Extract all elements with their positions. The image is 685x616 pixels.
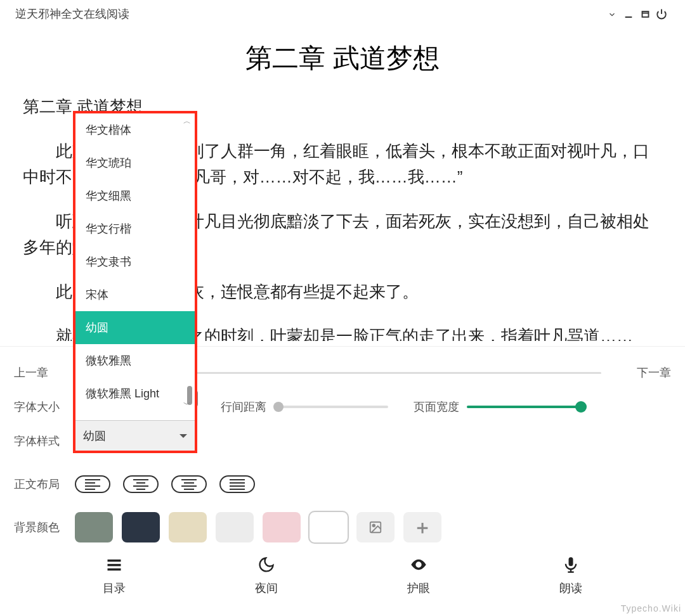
svg-point-5	[372, 524, 375, 527]
font-option[interactable]: 华文隶书	[75, 245, 195, 278]
line-spacing-slider[interactable]	[274, 406, 388, 408]
font-style-label: 字体样式	[14, 433, 75, 449]
bg-color-row: 背景颜色 ＋	[14, 510, 671, 544]
font-size-label: 字体大小	[14, 399, 75, 414]
eye-icon	[410, 556, 427, 577]
font-option[interactable]: 华文细黑	[75, 179, 195, 212]
font-option[interactable]: 微软雅黑 Light	[75, 377, 195, 410]
layout-align-left[interactable]	[75, 475, 110, 493]
next-chapter-button[interactable]: 下一章	[614, 365, 671, 380]
nav-night[interactable]: 夜间	[255, 556, 278, 596]
font-option[interactable]: 华文楷体	[75, 113, 195, 146]
svg-rect-1	[642, 11, 648, 17]
bg-color-swatch[interactable]	[122, 512, 160, 542]
window-title: 逆天邪神全文在线阅读	[15, 6, 129, 22]
triangle-down-icon	[179, 434, 187, 442]
font-family-dropdown[interactable]: ︿ 华文楷体华文琥珀华文细黑华文行楷华文隶书宋体幼圆微软雅黑微软雅黑 Light…	[73, 111, 197, 453]
toc-icon	[105, 556, 123, 577]
nav-eye-label: 护眼	[407, 581, 430, 596]
svg-rect-6	[108, 560, 121, 562]
nav-night-label: 夜间	[255, 581, 278, 596]
nav-toc-label: 目录	[103, 581, 126, 596]
font-option[interactable]: 幼圆	[75, 311, 195, 344]
layout-align-center2[interactable]	[171, 475, 207, 493]
minimize-button[interactable]	[620, 8, 637, 20]
line-spacing-label: 行间距离	[221, 399, 266, 414]
layout-align-justify[interactable]	[219, 475, 255, 493]
bg-color-swatch[interactable]	[263, 512, 301, 542]
svg-rect-7	[108, 564, 121, 567]
mic-icon	[562, 556, 580, 577]
svg-rect-10	[569, 557, 573, 566]
moon-icon	[258, 556, 275, 577]
bottom-nav: 目录 夜间 护眼 朗读	[0, 544, 685, 603]
bg-color-label: 背景颜色	[14, 520, 75, 535]
power-button[interactable]	[653, 8, 670, 20]
layout-label: 正文布局	[14, 477, 75, 492]
font-option[interactable]: 华文琥珀	[75, 146, 195, 179]
watermark: Typecho.Wiki	[621, 603, 681, 613]
nav-eye[interactable]: 护眼	[407, 556, 430, 596]
bg-color-swatch[interactable]	[310, 512, 348, 542]
font-option[interactable]: 新宋体	[75, 410, 195, 420]
font-option[interactable]: 华文行楷	[75, 212, 195, 245]
chapter-title: 第二章 武道梦想	[0, 41, 685, 76]
layout-row: 正文布局	[14, 467, 671, 501]
nav-toc[interactable]: 目录	[103, 556, 126, 596]
layout-align-center[interactable]	[123, 475, 159, 493]
font-family-select[interactable]: 幼圆	[75, 420, 195, 451]
font-option[interactable]: 微软雅黑	[75, 344, 195, 377]
nav-read-label: 朗读	[559, 581, 582, 596]
prev-chapter-button[interactable]: 上一章	[14, 365, 71, 380]
page-width-slider[interactable]	[467, 406, 581, 408]
bg-color-swatch[interactable]	[216, 512, 254, 542]
maximize-button[interactable]	[637, 8, 653, 20]
font-family-current-value: 幼圆	[83, 428, 106, 444]
chevron-down-icon[interactable]: ﹀	[183, 399, 191, 410]
nav-read[interactable]: 朗读	[559, 556, 582, 596]
bg-add-button[interactable]: ＋	[403, 512, 441, 542]
svg-point-9	[417, 563, 421, 567]
dropdown-menu-button[interactable]	[604, 8, 620, 20]
bg-image-button[interactable]	[356, 512, 395, 542]
font-option[interactable]: 宋体	[75, 278, 195, 311]
page-width-label: 页面宽度	[414, 399, 459, 414]
bg-color-swatch[interactable]	[169, 512, 207, 542]
svg-rect-8	[108, 568, 121, 571]
window-titlebar: 逆天邪神全文在线阅读	[0, 0, 685, 28]
bg-color-swatch[interactable]	[75, 512, 113, 542]
